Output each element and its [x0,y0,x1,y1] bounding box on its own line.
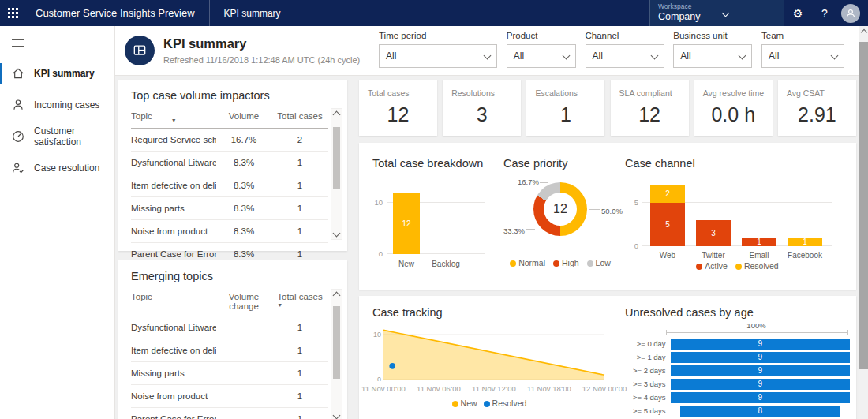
y-tick-label: 0 [379,249,383,258]
y-tick-label: 5 [634,198,638,207]
funnel-bar-2-days[interactable]: 9 [671,365,850,376]
x-category-label: Web [645,251,690,260]
topbar-tab-kpi-summary[interactable]: KPI summary [224,8,281,19]
column-header-total-cases[interactable]: Total cases [271,111,328,121]
table-scrollbar[interactable] [331,289,342,419]
age-bucket-label: >= 1 day [625,353,671,361]
sidebar-item-kpi-summary[interactable]: KPI summary [0,58,114,89]
bar-value-label: 12 [402,219,410,228]
sidebar-item-customer-satisfaction[interactable]: Customer satisfaction [0,121,114,152]
funnel-bar-5-days[interactable]: 8 [680,406,840,417]
bar-web-resolved[interactable]: 2 [650,185,685,203]
bar-facebook-resolved[interactable]: 1 [788,238,822,246]
column-header-volume[interactable]: Volume [216,111,271,121]
callout-line [526,229,535,230]
settings-gear-icon[interactable]: ⚙ [784,0,811,26]
cell-total-cases: 1 [271,249,328,259]
funnel-bar-0-day[interactable]: 9 [671,339,850,350]
funnel-bar-3-days[interactable]: 9 [671,379,850,390]
x-category-label: New [387,260,426,268]
scroll-down-icon[interactable] [333,230,341,238]
table-scrollbar[interactable] [331,108,342,240]
table-row[interactable]: Noise from product8.3%1 [131,220,328,243]
sidebar-item-case-resolution[interactable]: Case resolution [0,152,114,184]
cell-topic: Required Service schedulin... [131,135,216,144]
bar-twitter-active[interactable]: 3 [696,220,731,246]
funnel-bar-1-day[interactable]: 9 [671,352,850,363]
filter-dropdown-product[interactable]: All [507,44,576,68]
scroll-thumb[interactable] [333,306,340,379]
scroll-up-icon[interactable] [860,29,866,36]
column-label: Topic [131,111,152,121]
bar-email-active[interactable]: 1 [742,238,776,246]
column-header-topic[interactable]: Topic [131,292,216,301]
table-row[interactable]: Missing parts8.3%1 [131,197,328,220]
scroll-thumb[interactable] [333,127,340,189]
x-category-label: Email [736,251,782,260]
table-row[interactable]: Required Service schedulin...16.7%2 [131,129,328,152]
chart-total-case-breakdown: 10012NewBacklog [372,190,491,273]
card-tracking-and-age: Case tracking 01011 Nov 00:0011 Nov 06:0… [359,296,856,419]
filter-selected-value: All [386,51,396,62]
column-header-volume-change[interactable]: Volume change [216,292,271,311]
donut-ring[interactable]: 12 [533,182,587,236]
filter-dropdown-team[interactable]: All [761,44,844,68]
bar-new[interactable]: 12 [393,193,420,254]
kpi-value: 2.91 [778,103,856,126]
gauge-icon [11,129,25,144]
cell-topic: Item defective on delivery [131,181,216,190]
funnel-top-label: 100% [666,321,847,330]
table-row[interactable]: Parent Case for Error E39X...1 [131,408,328,419]
sidebar-item-incoming-cases[interactable]: Incoming cases [0,89,114,121]
kpi-cards-row: Total cases12Resolutions3Escalations1SLA… [359,80,856,136]
table-row[interactable]: Item defective on delivery1 [131,339,328,362]
waffle-menu-icon[interactable] [0,0,26,26]
chevron-down-icon [650,51,658,59]
age-bucket-label: >= 5 days [625,406,671,415]
help-icon[interactable]: ? [811,0,838,26]
refresh-status: Refreshed 11/16/2018 1:12:48 AM UTC (24h… [163,55,360,65]
bar-value-label: 3 [711,229,716,238]
scroll-up-icon[interactable] [333,111,341,119]
cell-total-cases: 1 [271,204,328,213]
bar-web-active[interactable]: 5 [650,203,685,246]
scroll-down-icon[interactable] [333,412,341,419]
cell-volume: 8.3% [216,204,271,213]
funnel-row: >= 4 days9 [625,391,850,404]
table-row[interactable]: Noise from product1 [131,385,328,408]
funnel-bar-4-days[interactable]: 9 [671,392,850,403]
person-check-icon [11,161,25,175]
page-scrollbar[interactable] [859,26,868,419]
chevron-down-icon [831,51,839,59]
x-tick-label: 11 Nov 00:00 [361,384,406,393]
cell-total-cases: 1 [271,368,328,378]
cell-total-cases: 2 [271,135,328,144]
kpi-label: Avg resolve time [703,88,764,98]
user-avatar[interactable] [841,4,860,23]
table-row[interactable]: Missing parts1 [131,362,328,385]
column-header-topic[interactable]: Topic▼ [131,111,216,123]
scroll-up-icon[interactable] [333,292,341,300]
kpi-value: 3 [443,103,521,126]
kpi-card-total-cases: Total cases12 [359,80,437,136]
table-row[interactable]: Dysfunctional Litware Lapt...1 [131,316,328,339]
column-header-total-cases[interactable]: Total cases▼ [271,292,328,308]
table-row[interactable]: Item defective on delivery8.3%1 [131,174,328,197]
kpi-card-escalations: Escalations1 [526,80,604,136]
column-label: Volume [229,111,259,121]
filter-dropdown-channel[interactable]: All [586,44,664,68]
workspace-selector[interactable]: Workspace Company [649,0,784,26]
cell-topic: Noise from product [131,391,216,401]
filter-dropdown-time-period[interactable]: All [379,44,497,68]
filter-dropdown-business-unit[interactable]: All [673,44,752,68]
scroll-thumb[interactable] [859,42,868,369]
hamburger-menu-icon[interactable] [0,26,114,58]
bar-value-label: 5 [665,220,670,229]
callout-normal: 50.0% [601,207,623,215]
funnel-row: >= 1 day9 [625,350,850,364]
sidebar-item-label: Customer satisfaction [34,125,114,148]
active-indicator [0,158,2,178]
table-row[interactable]: Dysfunctional Litware Lapt...8.3%1 [131,152,328,174]
x-tick-label: 11 Nov 18:00 [527,384,571,393]
topbar-divider [209,0,210,26]
